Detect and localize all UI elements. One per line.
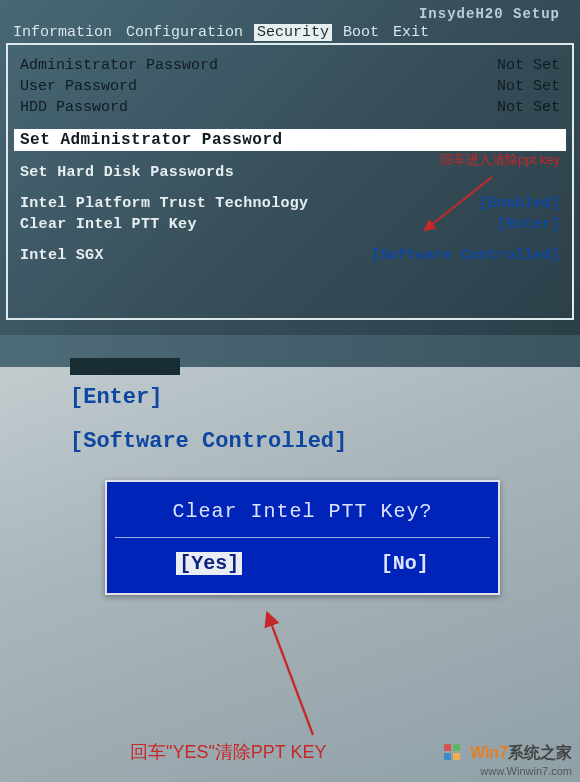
row-admin-password: Administrator Password Not Set	[20, 55, 560, 76]
set-admin-password[interactable]: Set Administrator Password	[14, 129, 566, 151]
arrow-bottom-icon	[258, 610, 328, 740]
user-password-value: Not Set	[497, 78, 560, 95]
menu-exit[interactable]: Exit	[390, 24, 432, 41]
svg-line-1	[268, 615, 313, 735]
admin-password-label: Administrator Password	[20, 57, 218, 74]
user-password-label: User Password	[20, 78, 137, 95]
clear-ptt-dialog: Clear Intel PTT Key? [Yes] [No]	[105, 480, 500, 595]
annotation-bottom: 回车"YES"清除PPT KEY	[130, 740, 327, 764]
svg-line-0	[425, 177, 492, 230]
watermark-brand-prefix: Win7	[470, 744, 508, 761]
svg-rect-5	[453, 753, 460, 760]
dialog-title: Clear Intel PTT Key?	[107, 482, 498, 537]
menu-security[interactable]: Security	[254, 24, 332, 41]
admin-password-value: Not Set	[497, 57, 560, 74]
row-intel-sgx[interactable]: Intel SGX [Software Controlled]	[20, 245, 560, 266]
intel-sgx-label: Intel SGX	[20, 247, 104, 264]
bottom-enter-text: [Enter]	[70, 385, 162, 410]
annotation-top: 回车进入清除ppt key	[440, 151, 560, 169]
bios-top-panel: InsydeH20 Setup Information Configuratio…	[0, 0, 580, 335]
watermark-brand-suffix: 系统之家	[508, 744, 572, 761]
mini-box-dark	[70, 358, 180, 375]
arrow-top-icon	[417, 175, 497, 235]
row-user-password: User Password Not Set	[20, 76, 560, 97]
dialog-buttons: [Yes] [No]	[107, 538, 498, 593]
row-hdd-password: HDD Password Not Set	[20, 97, 560, 118]
bottom-software-text: [Software Controlled]	[70, 429, 347, 454]
intel-sgx-value: [Software Controlled]	[371, 247, 560, 264]
bios-setup-title: InsydeH20 Setup	[419, 6, 560, 22]
svg-rect-3	[453, 744, 460, 751]
menu-information[interactable]: Information	[10, 24, 115, 41]
bios-bottom-panel: [Enter] [Software Controlled] Clear Inte…	[0, 335, 580, 782]
set-hdd-passwords-label: Set Hard Disk Passwords	[20, 164, 234, 181]
svg-rect-4	[444, 753, 451, 760]
security-content-box: Administrator Password Not Set User Pass…	[6, 43, 574, 320]
hdd-password-value: Not Set	[497, 99, 560, 116]
dialog-yes-button[interactable]: [Yes]	[176, 552, 242, 575]
hdd-password-label: HDD Password	[20, 99, 128, 116]
windows-flag-icon	[443, 743, 461, 765]
dialog-no-button[interactable]: [No]	[381, 552, 429, 575]
menu-boot[interactable]: Boot	[340, 24, 382, 41]
watermark-title: Win7系统之家	[443, 743, 572, 765]
menu-configuration[interactable]: Configuration	[123, 24, 246, 41]
intel-ptt-label: Intel Platform Trust Technology	[20, 195, 308, 212]
clear-intel-ptt-label: Clear Intel PTT Key	[20, 216, 197, 233]
clear-intel-ptt-value: [Enter]	[497, 216, 560, 233]
watermark-url: www.Winwin7.com	[443, 765, 572, 777]
svg-rect-2	[444, 744, 451, 751]
watermark: Win7系统之家 www.Winwin7.com	[443, 743, 572, 777]
